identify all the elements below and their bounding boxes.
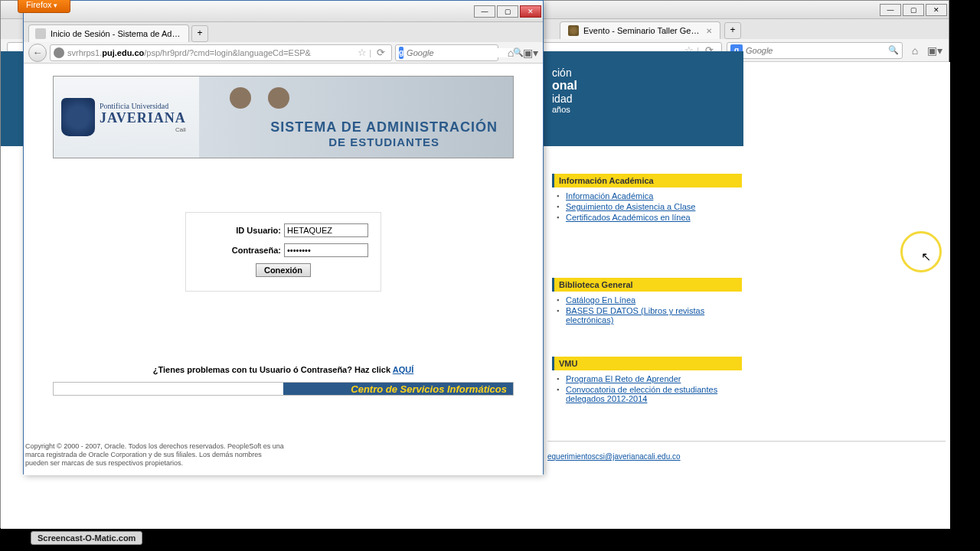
- front-tabstrip: Inicio de Sesión - Sistema de Administra…: [24, 22, 543, 42]
- logo-line: JAVERIANA: [100, 110, 186, 126]
- password-label: Contraseña:: [194, 246, 284, 255]
- login-button[interactable]: Conexión: [256, 263, 311, 277]
- bookmarks-menu-icon[interactable]: ▣▾: [523, 45, 538, 60]
- link-convocatoria[interactable]: Convocatoria de elección de estudiantes …: [555, 384, 742, 404]
- section-header: Información Académica: [552, 174, 742, 187]
- section-header: Biblioteca General: [552, 278, 742, 292]
- tab-close-icon[interactable]: ✕: [706, 27, 712, 35]
- help-prefix: ¿Tienes problemas con tu Usuario ó Contr…: [153, 365, 393, 374]
- help-link[interactable]: AQUÍ: [393, 365, 414, 374]
- screencast-watermark: Screencast-O-Matic.com: [31, 531, 142, 545]
- system-title-line: DE ESTUDIANTES: [270, 135, 498, 148]
- link-catalogo[interactable]: Catálogo En Línea: [555, 295, 742, 305]
- new-tab-button[interactable]: +: [191, 25, 208, 42]
- bookmarks-menu-icon[interactable]: ▣▾: [927, 43, 942, 58]
- banner-line: onal: [552, 79, 743, 93]
- system-title-line: SISTEMA DE ADMINISTRACIÓN: [270, 119, 498, 135]
- link-seguimiento[interactable]: Seguimiento de Asistencia a Clase: [555, 201, 742, 212]
- home-icon[interactable]: ⌂: [907, 43, 923, 58]
- section-vmu: VMU Programa El Reto de Aprender Convoca…: [552, 357, 742, 410]
- front-titlebar: — ▢ ✕: [24, 1, 543, 22]
- tab-label: Evento - Seminario Taller Gestión de ...: [583, 26, 701, 35]
- system-title: SISTEMA DE ADMINISTRACIÓN DE ESTUDIANTES: [270, 119, 498, 148]
- link-info-academica[interactable]: Información Académica: [555, 191, 742, 201]
- banner-line: idad: [552, 93, 743, 105]
- front-search-input[interactable]: [407, 48, 513, 57]
- login-form: ID Usuario: Contraseña: Conexión: [185, 212, 381, 292]
- login-banner: Pontificia Universidad JAVERIANA Cali SI…: [53, 76, 514, 158]
- close-button[interactable]: ✕: [520, 5, 541, 18]
- front-search-box[interactable]: g 🔍: [395, 44, 498, 61]
- front-toolbar: ← svrhrps1.puj.edu.co/psp/hr9prd/?cmd=lo…: [24, 42, 543, 64]
- url-host: puj.edu.co: [102, 48, 144, 57]
- rear-search-input[interactable]: [746, 46, 888, 55]
- close-button[interactable]: ✕: [926, 4, 947, 16]
- search-icon[interactable]: 🔍: [888, 45, 899, 55]
- banner-line: ción: [552, 67, 743, 79]
- minimize-button[interactable]: —: [880, 4, 901, 16]
- banner-line: años: [552, 105, 743, 114]
- front-page-content: Pontificia Universidad JAVERIANA Cali SI…: [24, 64, 543, 475]
- rear-search-box[interactable]: g 🔍: [727, 42, 903, 59]
- globe-icon: [54, 47, 64, 58]
- help-text: ¿Tienes problemas con tu Usuario ó Contr…: [24, 365, 543, 374]
- link-reto-aprender[interactable]: Programa El Reto de Aprender: [555, 373, 742, 384]
- tab-login[interactable]: Inicio de Sesión - Sistema de Administra…: [28, 24, 189, 42]
- favicon-icon: [568, 25, 579, 36]
- maximize-button[interactable]: ▢: [497, 5, 518, 18]
- user-label: ID Usuario:: [194, 226, 284, 235]
- user-input[interactable]: [284, 223, 368, 237]
- link-certificados[interactable]: Certificados Académicos en línea: [555, 212, 742, 223]
- tab-evento[interactable]: Evento - Seminario Taller Gestión de ...…: [560, 21, 720, 39]
- logo-line: Pontificia Universidad: [100, 102, 186, 110]
- link-bases-datos[interactable]: BASES DE DATOS (Libros y revistas electr…: [555, 305, 742, 325]
- section-header: VMU: [552, 357, 742, 370]
- crest-icon: [61, 98, 95, 136]
- reload-icon[interactable]: ⟳: [377, 47, 385, 58]
- section-info-academica: Información Académica Información Académ…: [552, 174, 742, 229]
- home-icon[interactable]: ⌂: [503, 45, 518, 60]
- bookmark-star-icon[interactable]: ☆: [358, 47, 367, 58]
- url-prefix: svrhrps1.: [67, 48, 102, 57]
- logo-line: Cali: [100, 126, 186, 133]
- minimize-button[interactable]: —: [474, 5, 495, 18]
- firefox-menu-button[interactable]: Firefox: [18, 0, 70, 13]
- new-tab-button[interactable]: +: [724, 22, 741, 39]
- front-browser-window: Firefox — ▢ ✕ Inicio de Sesión - Sistema…: [23, 0, 544, 474]
- university-logo: Pontificia Universidad JAVERIANA Cali: [54, 98, 199, 136]
- section-biblioteca: Biblioteca General Catálogo En Línea BAS…: [552, 278, 742, 331]
- maximize-button[interactable]: ▢: [903, 4, 924, 16]
- back-button[interactable]: ←: [28, 44, 47, 62]
- favicon-icon: [35, 28, 46, 39]
- front-url-bar[interactable]: svrhrps1.puj.edu.co/psp/hr9prd/?cmd=logi…: [50, 44, 392, 61]
- copyright-text: Copyright © 2000 - 2007, Oracle. Todos l…: [25, 442, 286, 468]
- password-input[interactable]: [284, 243, 368, 257]
- url-path: /psp/hr9prd/?cmd=login&languageCd=ESP&: [144, 48, 311, 57]
- footer-email-link[interactable]: equerimientoscsi@javerianacali.edu.co: [547, 452, 681, 461]
- tab-label: Inicio de Sesión - Sistema de Administra…: [51, 29, 182, 38]
- footer-divider: [547, 441, 946, 442]
- google-icon: g: [399, 47, 403, 59]
- csi-bar: Centro de Servicios Informáticos: [53, 382, 514, 396]
